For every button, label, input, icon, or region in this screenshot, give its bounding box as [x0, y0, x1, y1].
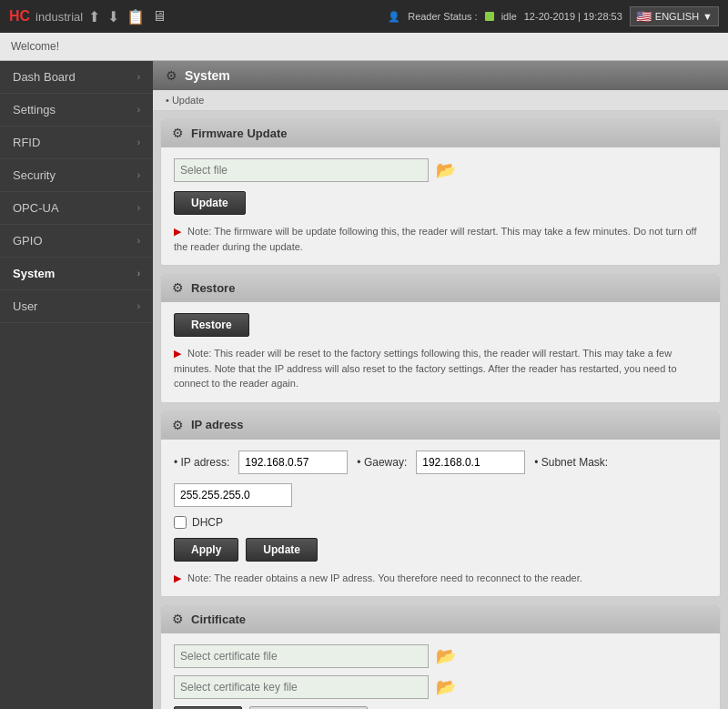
flag-icon: 🇺🇸 — [636, 9, 652, 24]
sidebar-label-system: System — [13, 267, 55, 280]
sidebar-label-settings: Settings — [13, 103, 56, 116]
header-left: HC industrial ⬆ ⬇ 📋 🖥 — [9, 8, 167, 25]
cert-key-folder-icon[interactable]: 📂 — [436, 677, 456, 697]
restore-section-header: ⚙ Restore — [161, 274, 720, 302]
restore-note: ▶ Note: This reader will be reset to the… — [174, 346, 707, 391]
firmware-update-button[interactable]: Update — [174, 191, 246, 215]
sidebar-item-security[interactable]: Security › — [0, 159, 153, 192]
header: HC industrial ⬆ ⬇ 📋 🖥 👤 Reader Status : … — [0, 0, 728, 33]
firmware-gear-icon: ⚙ — [172, 126, 184, 140]
ip-address-label: • IP adress: — [174, 456, 229, 469]
certificate-title: Cirtificate — [191, 613, 246, 626]
header-icons: ⬆ ⬇ 📋 🖥 — [88, 8, 167, 25]
firmware-file-row: 📂 — [174, 158, 707, 182]
note-arrow-icon: ▶ — [174, 348, 181, 359]
firmware-title: Firmware Update — [191, 127, 287, 140]
chevron-icon: › — [137, 236, 140, 246]
restore-button[interactable]: Restore — [174, 313, 249, 337]
ip-title: IP adress — [191, 418, 244, 431]
upload-icon[interactable]: ⬆ — [88, 8, 100, 25]
system-section-header: ⚙ System — [153, 61, 728, 90]
firmware-section: ⚙ Firmware Update 📂 Update ▶ Note: The f… — [160, 118, 721, 266]
ip-section-header: ⚙ IP adress — [161, 411, 720, 440]
subnet-input[interactable] — [174, 483, 292, 507]
layout: Dash Board › Settings › RFID › Security … — [0, 61, 728, 709]
subnet-label: • Subnet Mask: — [534, 456, 608, 469]
welcome-text: Welcome! — [11, 40, 59, 53]
cert-file-input[interactable] — [174, 644, 429, 668]
sidebar-item-rfid[interactable]: RFID › — [0, 127, 153, 159]
cert-file-row: 📂 — [174, 644, 707, 668]
system-title: System — [185, 68, 230, 83]
monitor-icon[interactable]: 🖥 — [152, 8, 167, 25]
ip-address-input[interactable] — [238, 451, 348, 474]
firmware-body: 📂 Update ▶ Note: The firmware will be up… — [161, 147, 720, 265]
certificate-section: ⚙ Cirtificate 📂 📂 Import Activate Certif… — [160, 604, 721, 709]
ip-note-text: Note: The reader obtains a new IP adress… — [187, 572, 582, 583]
dhcp-label: DHCP — [192, 516, 223, 529]
firmware-note-text: Note: The firmware will be update follow… — [174, 226, 696, 252]
system-gear-icon: ⚙ — [166, 68, 177, 83]
chevron-icon: › — [137, 105, 140, 115]
certificate-body: 📂 📂 Import Activate Certificate ▶ Note: … — [161, 633, 720, 709]
cert-key-row: 📂 — [174, 675, 707, 699]
sidebar-label-opc-ua: OPC-UA — [13, 201, 59, 215]
welcome-bar: Welcome! — [0, 33, 728, 61]
user-icon: 👤 — [388, 11, 400, 23]
clipboard-icon[interactable]: 📋 — [126, 8, 145, 25]
logo-red: HC — [9, 8, 30, 25]
restore-body: Restore ▶ Note: This reader will be rese… — [161, 302, 720, 402]
certificate-section-header: ⚙ Cirtificate — [161, 605, 720, 633]
cert-gear-icon: ⚙ — [172, 612, 184, 626]
ip-button-row: Apply Update — [174, 538, 707, 562]
chevron-icon: › — [137, 72, 140, 82]
datetime: 12-20-2019 | 19:28:53 — [524, 11, 622, 22]
header-right: 👤 Reader Status : idle 12-20-2019 | 19:2… — [388, 6, 719, 26]
main-content: ⚙ System • Update ⚙ Firmware Update 📂 Up… — [153, 61, 728, 709]
restore-note-text: Note: This reader will be reset to the f… — [174, 348, 677, 389]
chevron-icon: › — [137, 137, 140, 147]
ip-update-button[interactable]: Update — [246, 538, 318, 562]
cert-key-input[interactable] — [174, 675, 429, 699]
breadcrumb: • Update — [153, 90, 728, 111]
ip-apply-button[interactable]: Apply — [174, 538, 238, 562]
language-button[interactable]: 🇺🇸 ENGLISH ▼ — [630, 6, 719, 26]
firmware-file-input[interactable] — [174, 158, 429, 182]
firmware-folder-icon[interactable]: 📂 — [436, 160, 456, 180]
sidebar-label-rfid: RFID — [13, 136, 40, 149]
chevron-icon: › — [137, 203, 140, 213]
ip-body: • IP adress: • Gaeway: • Subnet Mask: DH… — [161, 440, 720, 597]
restore-title: Restore — [191, 281, 235, 295]
dhcp-row: DHCP — [174, 516, 707, 529]
gateway-input[interactable] — [416, 451, 525, 474]
sidebar: Dash Board › Settings › RFID › Security … — [0, 61, 153, 709]
ip-section: ⚙ IP adress • IP adress: • Gaeway: • Sub… — [160, 410, 721, 598]
download-icon[interactable]: ⬇ — [107, 8, 119, 25]
chevron-down-icon: ▼ — [703, 11, 713, 22]
chevron-icon: › — [137, 170, 140, 180]
cert-folder-icon[interactable]: 📂 — [436, 646, 456, 666]
ip-fields-row: • IP adress: • Gaeway: • Subnet Mask: — [174, 451, 707, 507]
firmware-section-header: ⚙ Firmware Update — [161, 119, 720, 147]
sidebar-label-user: User — [13, 299, 37, 313]
sidebar-item-user[interactable]: User › — [0, 290, 153, 323]
restore-section: ⚙ Restore Restore ▶ Note: This reader wi… — [160, 273, 721, 403]
note-arrow-icon: ▶ — [174, 226, 181, 237]
ip-note: ▶ Note: The reader obtains a new IP adre… — [174, 571, 707, 586]
note-arrow-icon: ▶ — [174, 572, 181, 583]
language-label: ENGLISH — [655, 11, 699, 22]
ip-gear-icon: ⚙ — [172, 418, 184, 432]
breadcrumb-text: • Update — [166, 95, 204, 106]
dhcp-checkbox[interactable] — [174, 516, 187, 529]
sidebar-item-opc-ua[interactable]: OPC-UA › — [0, 192, 153, 225]
sidebar-item-gpio[interactable]: GPIO › — [0, 225, 153, 258]
sidebar-item-settings[interactable]: Settings › — [0, 94, 153, 127]
firmware-note: ▶ Note: The firmware will be update foll… — [174, 224, 707, 254]
chevron-icon: › — [137, 268, 140, 279]
sidebar-item-system[interactable]: System › — [0, 258, 153, 290]
reader-status: idle — [501, 11, 517, 22]
sidebar-label-security: Security — [13, 168, 56, 182]
sidebar-label-gpio: GPIO — [13, 234, 43, 248]
sidebar-item-dash-board[interactable]: Dash Board › — [0, 61, 153, 94]
gateway-label: • Gaeway: — [357, 456, 407, 469]
